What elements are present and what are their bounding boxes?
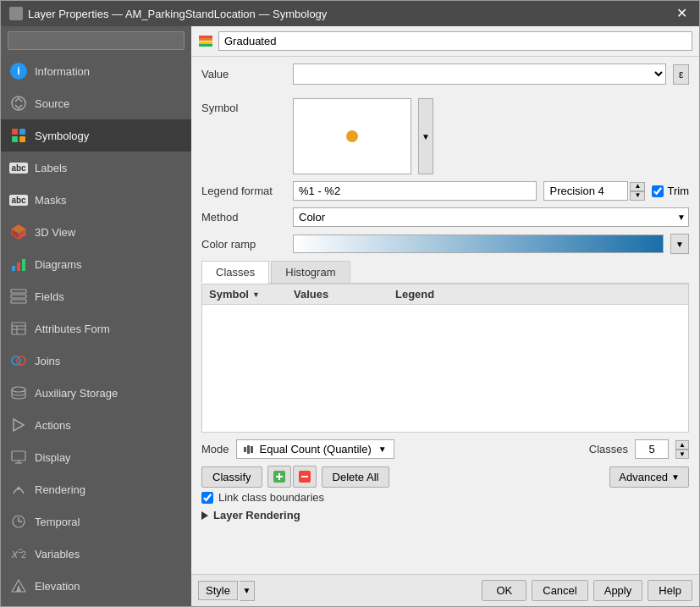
precision-spin-down[interactable]: ▼ bbox=[630, 191, 645, 201]
mode-row: Mode Equal Count (Quantile) ▼ Classes bbox=[201, 439, 689, 459]
sidebar-label-display: Display bbox=[35, 451, 71, 464]
remove-class-button[interactable] bbox=[293, 466, 317, 488]
trim-checkbox[interactable] bbox=[652, 185, 664, 197]
sidebar-item-information[interactable]: i Information bbox=[1, 55, 191, 87]
auxiliary-storage-icon bbox=[9, 384, 28, 402]
search-box bbox=[1, 26, 191, 55]
color-ramp-bar[interactable] bbox=[293, 235, 664, 253]
value-dropdown[interactable] bbox=[293, 63, 666, 85]
value-row: Value ε bbox=[201, 63, 689, 85]
close-button[interactable]: ✕ bbox=[673, 7, 691, 20]
symbol-arrow-button[interactable]: ▼ bbox=[418, 98, 433, 174]
rendering-icon bbox=[9, 480, 28, 499]
svg-point-20 bbox=[17, 356, 25, 365]
color-ramp-row: Color ramp ▼ bbox=[191, 234, 699, 254]
display-icon bbox=[9, 448, 28, 466]
svg-rect-15 bbox=[12, 323, 25, 334]
epsilon-button[interactable]: ε bbox=[673, 64, 689, 85]
sidebar-label-3dview: 3D View bbox=[35, 226, 75, 239]
th-symbol-arrow: ▼ bbox=[252, 290, 260, 299]
sidebar-item-source[interactable]: Source bbox=[1, 87, 191, 119]
style-dropdown[interactable]: Style bbox=[198, 581, 238, 600]
content-area: Graduated Value ε bbox=[191, 26, 699, 606]
th-legend: Legend bbox=[389, 284, 688, 304]
layer-rendering-row[interactable]: Layer Rendering bbox=[201, 509, 689, 521]
tab-histogram[interactable]: Histogram bbox=[271, 261, 350, 283]
sidebar-label-symbology: Symbology bbox=[35, 130, 89, 142]
sidebar-item-attributes-form[interactable]: Attributes Form bbox=[1, 312, 191, 345]
classify-row: Classify bbox=[201, 466, 689, 488]
labels-icon: abc bbox=[9, 158, 28, 177]
sidebar-label-labels: Labels bbox=[35, 162, 67, 174]
joins-icon bbox=[9, 351, 28, 370]
precision-spin-up[interactable]: ▲ bbox=[630, 182, 645, 191]
sidebar-item-masks[interactable]: abc Masks bbox=[1, 184, 191, 216]
titlebar-left: Layer Properties — AM_ParkingStandLocati… bbox=[9, 7, 327, 20]
classes-input[interactable] bbox=[635, 439, 669, 459]
symbol-preview[interactable] bbox=[293, 98, 411, 174]
svg-rect-11 bbox=[22, 259, 25, 271]
layer-rendering-triangle bbox=[201, 511, 208, 520]
style-dropdown-wrapper: Style ▼ bbox=[198, 581, 255, 601]
svg-marker-34 bbox=[16, 585, 21, 592]
add-class-button[interactable] bbox=[267, 466, 291, 488]
classify-button[interactable]: Classify bbox=[201, 466, 262, 488]
cancel-button[interactable]: Cancel bbox=[532, 580, 587, 601]
sidebar-item-variables[interactable]: x = 2 Variables bbox=[1, 538, 191, 570]
renderer-type-dropdown[interactable]: Graduated bbox=[218, 31, 692, 51]
sidebar-label-elevation: Elevation bbox=[35, 580, 80, 593]
sidebar-item-display[interactable]: Display bbox=[1, 441, 191, 473]
svg-rect-2 bbox=[19, 129, 25, 135]
mode-dropdown[interactable]: Equal Count (Quantile) ▼ bbox=[236, 439, 394, 459]
style-arrow[interactable]: ▼ bbox=[240, 581, 255, 601]
classes-spin-up[interactable]: ▲ bbox=[675, 440, 689, 450]
sidebar: i Information Source bbox=[1, 26, 191, 606]
titlebar-title: Layer Properties — AM_ParkingStandLocati… bbox=[28, 8, 327, 20]
color-ramp-button[interactable]: ▼ bbox=[670, 234, 689, 254]
sidebar-item-symbology[interactable]: Symbology bbox=[1, 119, 191, 152]
main-layout: i Information Source bbox=[1, 26, 699, 606]
sidebar-item-3dview[interactable]: 3D View bbox=[1, 216, 191, 248]
legend-format-input[interactable] bbox=[293, 181, 537, 201]
color-ramp-label: Color ramp bbox=[201, 238, 286, 251]
sidebar-item-fields[interactable]: Fields bbox=[1, 280, 191, 312]
sidebar-item-diagrams[interactable]: Diagrams bbox=[1, 248, 191, 280]
method-dropdown-wrapper: Color ▼ bbox=[293, 207, 689, 227]
method-dropdown[interactable]: Color bbox=[293, 207, 689, 227]
bottom-bar: Style ▼ OK Cancel Apply Help bbox=[191, 574, 699, 606]
advanced-button[interactable]: Advanced ▼ bbox=[609, 466, 689, 488]
svg-rect-12 bbox=[11, 290, 26, 293]
precision-input[interactable] bbox=[543, 181, 628, 201]
table-body bbox=[202, 305, 688, 432]
link-class-checkbox[interactable] bbox=[201, 492, 213, 504]
svg-text:2: 2 bbox=[21, 549, 26, 560]
symbology-icon bbox=[9, 126, 28, 145]
ok-button[interactable]: OK bbox=[482, 580, 526, 601]
svg-rect-14 bbox=[11, 300, 26, 303]
sidebar-item-temporal[interactable]: Temporal bbox=[1, 505, 191, 538]
sidebar-label-variables: Variables bbox=[35, 548, 80, 560]
delete-all-button[interactable]: Delete All bbox=[322, 466, 390, 488]
sidebar-item-labels[interactable]: abc Labels bbox=[1, 152, 191, 184]
tab-classes[interactable]: Classes bbox=[201, 261, 269, 284]
classes-table: Symbol ▼ Values Legend bbox=[201, 284, 689, 433]
actions-icon bbox=[9, 416, 28, 434]
search-input[interactable] bbox=[8, 31, 185, 50]
sidebar-item-elevation[interactable]: Elevation bbox=[1, 570, 191, 602]
value-section: Value ε bbox=[191, 57, 699, 98]
apply-button[interactable]: Apply bbox=[593, 580, 643, 601]
temporal-icon bbox=[9, 512, 28, 531]
graduated-icon bbox=[198, 35, 213, 48]
help-button[interactable]: Help bbox=[648, 580, 692, 601]
link-class-row: Link class boundaries bbox=[201, 491, 689, 504]
sidebar-label-auxiliary-storage: Auxiliary Storage bbox=[35, 387, 118, 400]
sidebar-item-actions[interactable]: Actions bbox=[1, 409, 191, 441]
sidebar-item-joins[interactable]: Joins bbox=[1, 345, 191, 377]
sidebar-item-rendering[interactable]: Rendering bbox=[1, 473, 191, 505]
mode-dropdown-wrapper: Equal Count (Quantile) ▼ bbox=[236, 439, 394, 459]
th-symbol: Symbol ▼ bbox=[202, 284, 287, 304]
classes-spin-down[interactable]: ▼ bbox=[675, 450, 689, 459]
symbol-container: Symbol ▼ bbox=[191, 98, 699, 174]
svg-rect-13 bbox=[11, 295, 26, 298]
sidebar-item-auxiliary-storage[interactable]: Auxiliary Storage bbox=[1, 377, 191, 409]
